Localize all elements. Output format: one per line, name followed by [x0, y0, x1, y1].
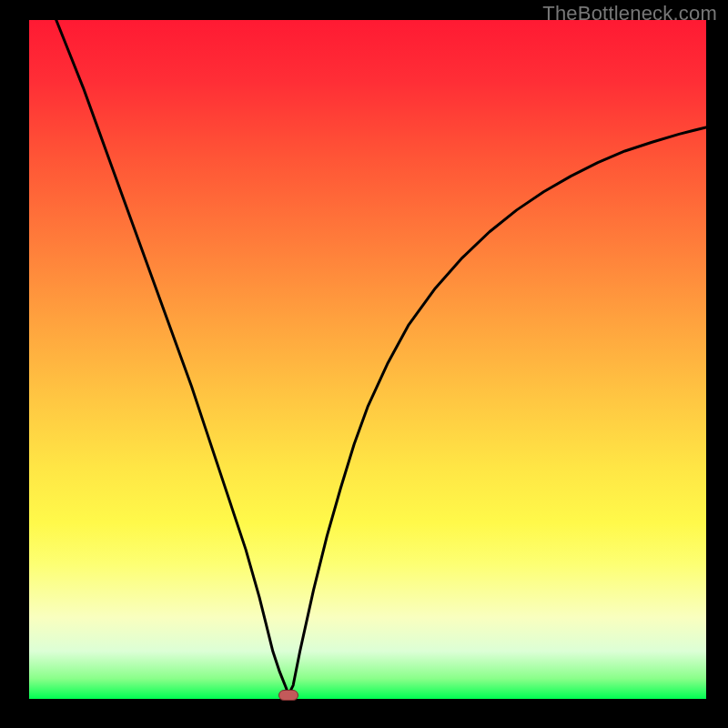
plot-area — [29, 20, 706, 699]
curve-svg — [29, 20, 706, 699]
min-marker — [278, 690, 298, 701]
bottleneck-curve — [56, 20, 706, 695]
watermark-text: TheBottleneck.com — [542, 2, 717, 25]
